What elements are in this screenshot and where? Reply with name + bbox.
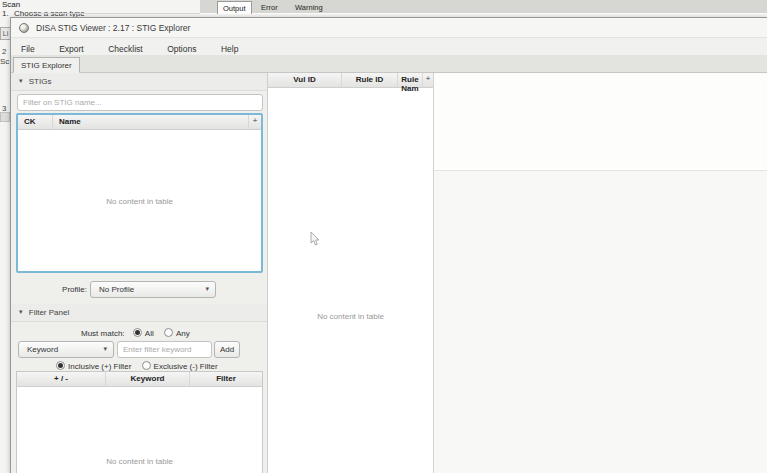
profile-dropdown[interactable]: No Profile ▾ <box>90 281 216 298</box>
rules-table[interactable]: Vul ID Rule ID Rule Nam + No content in … <box>268 73 434 473</box>
tab-band: STIG Explorer <box>11 55 767 73</box>
column-vul-id[interactable]: Vul ID <box>268 73 341 87</box>
radio-inclusive[interactable] <box>56 361 65 370</box>
radio-all-label: All <box>145 329 154 338</box>
bg-tab-warning[interactable]: Warning <box>290 1 328 14</box>
bg-scan-label: Scan <box>2 0 20 9</box>
column-plus-minus[interactable]: + / - <box>17 372 105 386</box>
column-name[interactable]: Name <box>52 115 172 129</box>
screen: { "background": { "scan_label": "Scan", … <box>0 0 767 473</box>
window-title: DISA STIG Viewer : 2.17 : STIG Explorer <box>36 23 190 33</box>
menu-help[interactable]: Help <box>211 41 248 54</box>
menu-bar: File Export Checklist Options Help <box>11 38 767 55</box>
bg-fragment-box <box>0 112 10 122</box>
stigs-section-label: STIGs <box>29 77 52 86</box>
bg-step2-text-fragment: Sc <box>0 57 9 66</box>
stigs-section-header[interactable]: ▾ STIGs <box>11 73 267 91</box>
radio-exclusive-label: Exclusive (-) Filter <box>154 362 218 371</box>
column-keyword[interactable]: Keyword <box>105 372 189 386</box>
column-ck[interactable]: CK <box>18 115 52 129</box>
menu-file[interactable]: File <box>11 41 45 54</box>
column-filter[interactable]: Filter <box>189 372 262 386</box>
keyword-type-value: Keyword <box>27 345 58 354</box>
filters-empty-message: No content in table <box>17 457 262 466</box>
tab-stig-explorer[interactable]: STIG Explorer <box>13 57 80 73</box>
radio-all[interactable] <box>133 328 142 337</box>
stigs-table-header: CK Name + <box>18 115 261 130</box>
stig-viewer-window: DISA STIG Viewer : 2.17 : STIG Explorer … <box>10 17 767 473</box>
window-titlebar[interactable]: DISA STIG Viewer : 2.17 : STIG Explorer <box>11 18 767 38</box>
column-menu-icon[interactable]: + <box>422 73 433 87</box>
filter-panel-header[interactable]: ▾ Filter Panel <box>11 304 267 322</box>
app-icon <box>19 23 29 33</box>
stigs-empty-message: No content in table <box>18 197 261 206</box>
collapse-triangle-icon: ▾ <box>19 308 23 316</box>
rules-empty-message: No content in table <box>268 312 433 321</box>
column-rule-name[interactable]: Rule Nam <box>397 73 422 87</box>
stig-filter-input[interactable] <box>17 94 263 111</box>
column-rule-id[interactable]: Rule ID <box>341 73 397 87</box>
collapse-triangle-icon: ▾ <box>19 77 23 85</box>
dropdown-arrow-icon: ▾ <box>103 345 107 353</box>
menu-export[interactable]: Export <box>49 41 94 54</box>
filter-mode-row: Inclusive (+) Filter Exclusive (-) Filte… <box>56 361 218 371</box>
filter-panel-label: Filter Panel <box>29 308 69 317</box>
bg-tab-output[interactable]: Output <box>217 1 252 14</box>
stigs-sidebar: ▾ STIGs CK Name + No content in table Pr… <box>11 73 268 473</box>
filters-table[interactable]: + / - Keyword Filter No content in table <box>16 371 263 473</box>
radio-inclusive-label: Inclusive (+) Filter <box>68 362 131 371</box>
must-match-label: Must match: <box>81 329 125 338</box>
detail-pane-top <box>434 73 767 171</box>
profile-label: Profile: <box>51 285 87 294</box>
detail-pane <box>434 73 767 473</box>
mouse-cursor-icon <box>309 231 321 247</box>
radio-any-label: Any <box>176 329 190 338</box>
bg-divider <box>30 13 210 14</box>
radio-any[interactable] <box>164 328 173 337</box>
bg-tab-error[interactable]: Error <box>256 1 283 14</box>
radio-exclusive[interactable] <box>142 361 151 370</box>
bg-step2-number: 2 <box>2 47 6 56</box>
column-menu-icon[interactable]: + <box>248 115 261 129</box>
must-match-row: Must match: All Any <box>81 328 190 338</box>
bg-output-tabstrip: Output Error Warning <box>200 0 767 14</box>
content-area: ▾ STIGs CK Name + No content in table Pr… <box>11 73 767 473</box>
rules-table-header: Vul ID Rule ID Rule Nam + <box>268 73 433 88</box>
menu-checklist[interactable]: Checklist <box>98 41 152 54</box>
bg-step-number: 1. <box>2 9 9 18</box>
stigs-table[interactable]: CK Name + No content in table <box>16 113 263 273</box>
add-filter-button[interactable]: Add <box>214 341 240 358</box>
filter-keyword-input[interactable] <box>117 341 212 358</box>
profile-dropdown-value: No Profile <box>99 285 134 294</box>
menu-options[interactable]: Options <box>157 41 206 54</box>
keyword-type-dropdown[interactable]: Keyword ▾ <box>18 341 114 358</box>
filters-table-header: + / - Keyword Filter <box>17 372 262 387</box>
dropdown-arrow-icon: ▾ <box>205 285 209 293</box>
